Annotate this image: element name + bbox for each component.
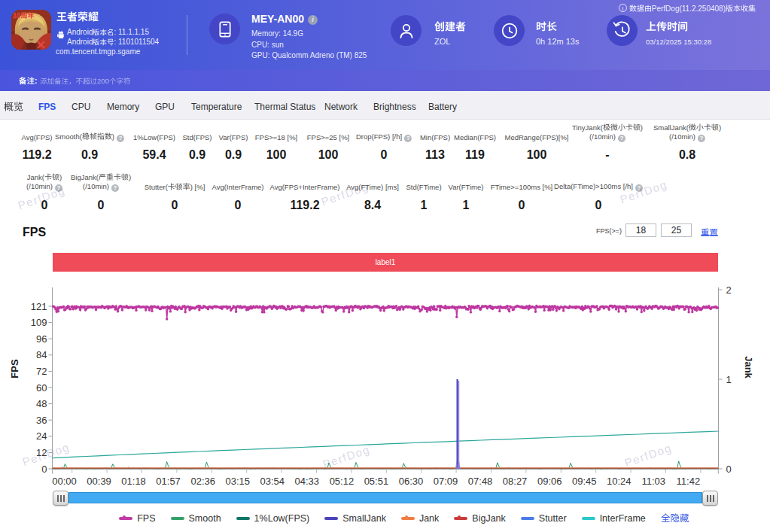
svg-text:121: 121 xyxy=(31,301,47,312)
svg-text:05:51: 05:51 xyxy=(364,476,389,487)
svg-text:07:09: 07:09 xyxy=(434,476,458,487)
svg-text:06:30: 06:30 xyxy=(399,476,424,487)
svg-text:60: 60 xyxy=(36,382,47,394)
svg-text:02:36: 02:36 xyxy=(190,476,215,487)
svg-text:Jank: Jank xyxy=(743,356,754,378)
svg-text:36: 36 xyxy=(36,415,47,426)
svg-text:09:45: 09:45 xyxy=(572,476,597,487)
svg-text:24: 24 xyxy=(36,430,47,442)
svg-text:09:06: 09:06 xyxy=(537,476,562,487)
svg-text:10:24: 10:24 xyxy=(607,476,632,487)
svg-text:11:42: 11:42 xyxy=(677,476,701,487)
svg-text:FPS: FPS xyxy=(9,359,20,378)
svg-text:03:54: 03:54 xyxy=(260,476,285,487)
svg-text:05:12: 05:12 xyxy=(330,476,355,487)
svg-text:84: 84 xyxy=(36,349,47,360)
svg-text:01:57: 01:57 xyxy=(156,476,181,487)
svg-text:03:15: 03:15 xyxy=(226,476,251,487)
svg-text:08:27: 08:27 xyxy=(503,476,528,487)
svg-text:01:18: 01:18 xyxy=(121,476,146,487)
svg-text:11:03: 11:03 xyxy=(642,476,666,487)
svg-text:109: 109 xyxy=(31,317,47,328)
svg-text:48: 48 xyxy=(36,398,47,409)
svg-text:2: 2 xyxy=(726,284,732,296)
svg-text:96: 96 xyxy=(36,333,47,345)
svg-text:0: 0 xyxy=(726,464,732,475)
svg-text:07:48: 07:48 xyxy=(468,476,493,487)
svg-text:0: 0 xyxy=(41,464,47,475)
svg-text:72: 72 xyxy=(36,366,47,377)
svg-text:1: 1 xyxy=(726,374,732,385)
svg-text:00:00: 00:00 xyxy=(52,476,77,487)
svg-text:00:39: 00:39 xyxy=(87,476,111,487)
svg-text:04:33: 04:33 xyxy=(295,476,320,487)
